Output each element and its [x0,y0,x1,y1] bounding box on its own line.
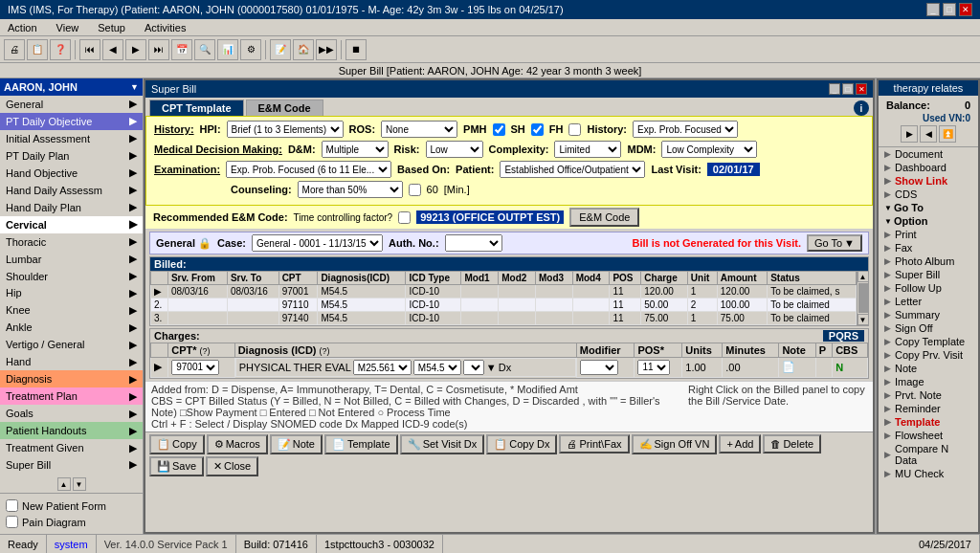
right-menu-print[interactable]: ▶ Print [879,228,978,241]
tab-em-code[interactable]: E&M Code [246,100,323,116]
scroll-down[interactable]: ▼ [858,314,869,325]
time-checkbox[interactable] [398,211,411,224]
sidebar-item-pt-daily-plan[interactable]: PT Daily Plan ▶ [0,147,143,165]
btn-macros[interactable]: ⚙Macros [207,434,268,454]
sidebar-item-hand-daily-assess[interactable]: Hand Daily Assessm ▶ [0,182,143,199]
sidebar-item-diagnosis[interactable]: Diagnosis ▶ [0,370,143,387]
case-select[interactable]: General - 0001 - 11/13/15 [252,234,383,252]
sb-close[interactable]: ✕ [856,83,867,95]
toolbar-btn-8[interactable]: 📅 [171,39,192,60]
right-menu-show-link[interactable]: ▶ Show Link [879,174,978,188]
sidebar-item-general[interactable]: General ▶ [0,96,143,113]
charge-row-1[interactable]: ▶ 97001 PHYSICAL THER EVAL M25.561 [151,358,868,378]
sidebar-footer-new-patient[interactable]: New Patient Form [4,498,139,514]
scroll-up[interactable]: ▲ [858,271,869,282]
right-menu-reminder[interactable]: ▶ Reminder [879,402,978,415]
sidebar-footer-pain-diagram[interactable]: Pain Diagram [4,514,139,530]
emcode-button[interactable]: E&M Code [569,208,639,227]
btn-close[interactable]: ✕Close [206,456,258,476]
right-menu-copy-prv[interactable]: ▶ Copy Prv. Visit [879,348,978,362]
sb-minimize[interactable]: _ [829,83,840,95]
right-menu-cds[interactable]: ▶ CDS [879,188,978,201]
toolbar-btn-2[interactable]: 📋 [27,39,48,60]
cr1-pos-select[interactable]: 11 [637,360,670,375]
right-menu-goto[interactable]: ▼ Go To [879,201,978,214]
sidebar-item-treatment-plan[interactable]: Treatment Plan ▶ [0,387,143,405]
toolbar-btn-3[interactable]: ❓ [50,39,71,60]
right-menu-sign-off[interactable]: ▶ Sign Off [879,321,978,335]
sidebar-item-hand[interactable]: Hand ▶ [0,353,143,370]
toolbar-btn-5[interactable]: ◀ [102,39,123,60]
toolbar-btn-7[interactable]: ⏭ [148,39,169,60]
sh-checkbox[interactable] [531,123,544,136]
right-tb-btn3[interactable]: ⏫ [939,125,956,143]
pain-diagram-checkbox[interactable] [6,516,18,528]
new-patient-checkbox[interactable] [6,499,18,512]
sidebar-item-ankle[interactable]: Ankle ▶ [0,319,143,336]
right-menu-flowsheet[interactable]: ▶ Flowsheet [879,429,978,442]
menu-activities[interactable]: Activities [141,22,189,33]
menu-action[interactable]: Action [4,22,41,33]
auth-select[interactable] [445,234,502,252]
right-menu-template[interactable]: ▶ Template [879,415,978,429]
menu-view[interactable]: View [53,22,83,33]
goto-button[interactable]: Go To ▼ [807,234,862,252]
right-tb-btn1[interactable]: ▶ [901,125,918,143]
scroll-thumb[interactable] [858,283,868,313]
info-icon[interactable]: i [854,100,869,116]
billed-scrollbar[interactable]: ▲ ▼ [857,271,868,325]
right-menu-follow-up[interactable]: ▶ Follow Up [879,281,978,295]
right-menu-letter[interactable]: ▶ Letter [879,295,978,308]
menu-setup[interactable]: Setup [94,22,129,33]
sidebar-item-shoulder[interactable]: Shoulder ▶ [0,268,143,285]
right-menu-image[interactable]: ▶ Image [879,375,978,388]
sidebar-item-thoracic[interactable]: Thoracic ▶ [0,233,143,251]
btn-copy-dx[interactable]: 📋Copy Dx [486,434,557,454]
sidebar-nav-up[interactable]: ▲ [57,477,71,491]
right-menu-note[interactable]: ▶ Note [879,362,978,375]
sidebar-item-super-bill[interactable]: Super Bill ▶ [0,456,143,474]
cr1-mod-select[interactable] [580,360,618,375]
sidebar-item-hand-obj[interactable]: Hand Objective ▶ [0,165,143,182]
risk-select[interactable]: Low [426,141,483,158]
cr1-diag-select2[interactable]: M54.5 [413,360,461,375]
sidebar-item-cervical[interactable]: Cervical ▶ [0,216,143,233]
toolbar-btn-9[interactable]: 🔍 [194,39,215,60]
ros-select[interactable]: None [381,121,457,138]
toolbar-btn-10[interactable]: 📊 [217,39,238,60]
sidebar-item-lumbar[interactable]: Lumbar ▶ [0,251,143,268]
sidebar-item-initial-assessment[interactable]: Initial Assessment ▶ [0,130,143,147]
right-menu-mu-check[interactable]: ▶ MU Check [879,467,978,480]
right-menu-option[interactable]: ▼ Option [879,214,978,228]
history-select[interactable]: Exp. Prob. Focused [633,121,738,138]
btn-add[interactable]: +Add [719,434,761,453]
right-menu-photo-album[interactable]: ▶ Photo Album [879,254,978,268]
maximize-btn[interactable]: □ [943,3,956,16]
btn-save[interactable]: 💾Save [149,456,204,476]
cr1-cpt-select[interactable]: 97001 [171,360,219,375]
right-menu-summary[interactable]: ▶ Summary [879,308,978,321]
btn-set-visit-dx[interactable]: 🔧Set Visit Dx [400,434,485,454]
btn-note[interactable]: 📝Note [270,434,323,454]
close-btn[interactable]: ✕ [959,3,972,16]
btn-sign-off-vn[interactable]: ✍Sign Off VN [632,434,718,454]
toolbar-btn-1[interactable]: 🖨 [4,39,25,60]
btn-delete[interactable]: 🗑Delete [763,434,821,453]
billed-row-2[interactable]: 2. 97110 M54.5 ICD-10 [151,299,857,312]
mdm-select[interactable]: Low Complexity [661,141,757,158]
sidebar-nav-down[interactable]: ▼ [73,477,86,491]
billed-row-1[interactable]: ▶ 08/03/16 08/03/16 97001 M54.5 ICD-10 [151,285,857,299]
sidebar-item-vertigo[interactable]: Vertigo / General ▶ [0,336,143,353]
exam-select[interactable]: Exp. Prob. Focused (6 to 11 Ele... [226,161,391,178]
sidebar-item-pt-daily-obj[interactable]: PT Daily Objective ▶ [0,113,143,130]
btn-copy[interactable]: 📋Copy [149,434,205,454]
toolbar-btn-11[interactable]: ⚙ [240,39,261,60]
toolbar-btn-15[interactable]: ⏹ [345,39,367,60]
sidebar-item-knee[interactable]: Knee ▶ [0,301,143,319]
btn-template[interactable]: 📄Template [324,434,398,454]
btn-print-fax[interactable]: 🖨Print\Fax [559,434,629,453]
fh-checkbox[interactable] [568,123,581,136]
sidebar-item-hand-daily-plan[interactable]: Hand Daily Plan ▶ [0,199,143,216]
min-checkbox[interactable] [409,184,421,196]
pmh-checkbox[interactable] [493,123,505,136]
